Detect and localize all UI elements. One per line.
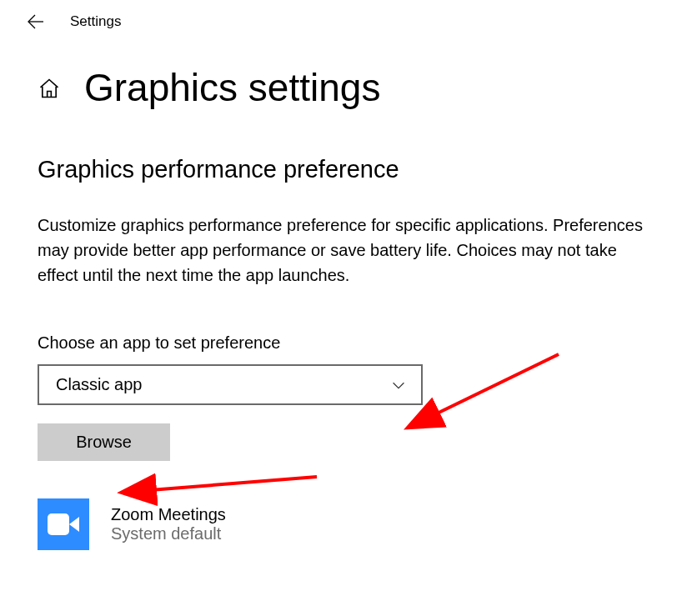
zoom-app-icon: [38, 498, 89, 550]
app-name: Zoom Meetings: [111, 505, 226, 524]
home-icon[interactable]: [38, 72, 61, 103]
app-preference: System default: [111, 524, 226, 543]
back-arrow-icon[interactable]: [25, 12, 45, 32]
app-list-item[interactable]: Zoom Meetings System default: [38, 498, 644, 550]
window-title: Settings: [70, 13, 121, 30]
app-type-dropdown[interactable]: Classic app: [38, 364, 423, 405]
dropdown-selected-value: Classic app: [56, 375, 142, 394]
choose-app-label: Choose an app to set preference: [38, 333, 644, 353]
page-title: Graphics settings: [84, 65, 380, 110]
browse-button[interactable]: Browse: [38, 423, 170, 461]
chevron-down-icon: [389, 376, 408, 394]
section-description: Customize graphics performance preferenc…: [38, 213, 644, 288]
window-top-bar: Settings: [0, 0, 682, 40]
section-heading: Graphics performance preference: [38, 156, 644, 183]
